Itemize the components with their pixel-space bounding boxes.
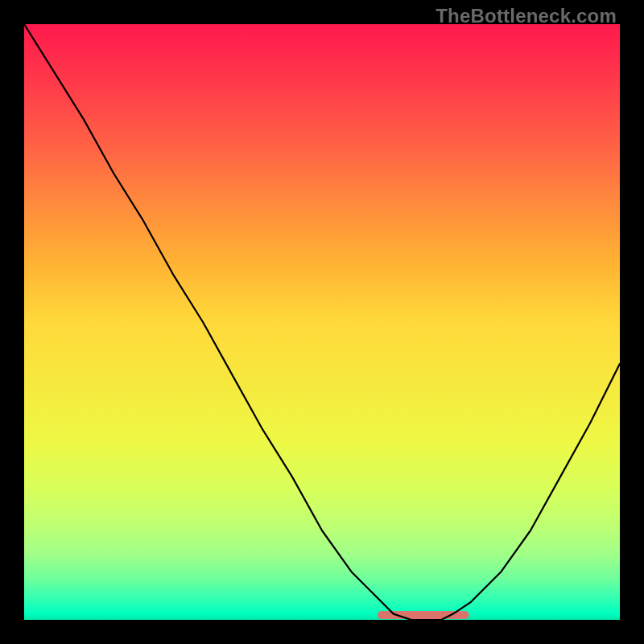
bottleneck-curve xyxy=(24,24,620,620)
curve-svg xyxy=(24,24,620,620)
watermark-text: TheBottleneck.com xyxy=(436,5,617,27)
plot-area xyxy=(24,24,620,620)
chart-frame: TheBottleneck.com xyxy=(0,0,644,644)
